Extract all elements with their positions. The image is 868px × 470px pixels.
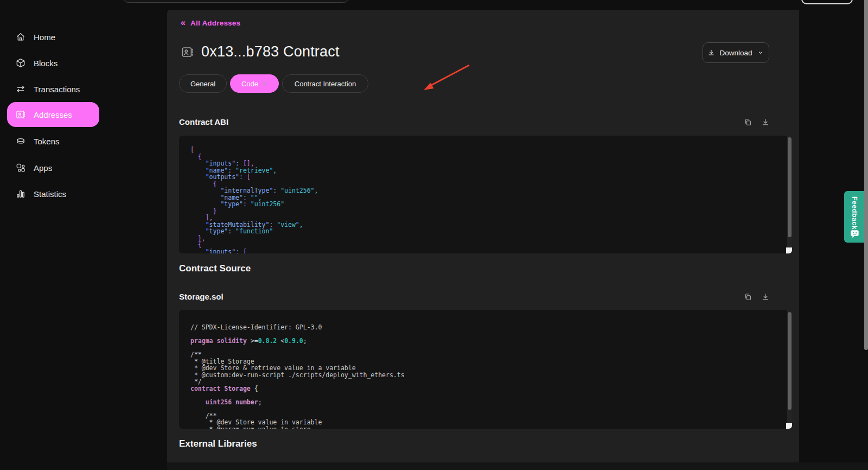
- sidebar: Home Blocks Transactions Addresses Token…: [0, 0, 167, 470]
- sidebar-item-statistics[interactable]: Statistics: [7, 181, 99, 206]
- download-button[interactable]: Download: [703, 42, 769, 63]
- apps-icon: [15, 162, 26, 173]
- home-icon: [15, 31, 26, 42]
- sidebar-item-label: Blocks: [34, 59, 58, 68]
- addresses-icon: [15, 109, 26, 120]
- resize-handle[interactable]: [786, 247, 792, 253]
- tab-label: Contract Interaction: [295, 80, 356, 88]
- tab-general[interactable]: General: [179, 74, 227, 93]
- page-scrollbar[interactable]: [864, 0, 868, 350]
- source-scrollbar-thumb[interactable]: [788, 312, 792, 410]
- copy-icon: [744, 118, 752, 126]
- tokens-icon: [15, 136, 26, 147]
- blocks-icon: [15, 58, 26, 68]
- transactions-icon: [15, 84, 26, 94]
- copy-abi-button[interactable]: [744, 118, 752, 126]
- contract-abi-code: [ { "inputs": [], "name": "retrieve", "o…: [190, 147, 781, 253]
- feedback-tab[interactable]: Feedback: [844, 191, 865, 243]
- sidebar-item-label: Tokens: [34, 137, 60, 146]
- page-title: 0x13...b783 Contract: [201, 43, 340, 60]
- source-scrollbar[interactable]: [787, 310, 792, 429]
- sidebar-item-label: Home: [34, 33, 55, 42]
- contract-source-code-block[interactable]: // SPDX-License-Identifier: GPL-3.0pragm…: [179, 310, 792, 429]
- sidebar-item-addresses[interactable]: Addresses: [7, 102, 99, 127]
- tab-code[interactable]: Code ✓: [230, 74, 279, 93]
- breadcrumb-label: All Addresses: [190, 19, 240, 27]
- statistics-icon: [15, 188, 26, 199]
- download-abi-button[interactable]: [761, 118, 770, 126]
- breadcrumb-all-addresses[interactable]: « All Addresses: [181, 18, 240, 28]
- feedback-label: Feedback: [851, 196, 858, 230]
- download-icon: [707, 49, 715, 56]
- download-label: Download: [719, 49, 752, 57]
- external-libraries-title: External Libraries: [179, 439, 257, 449]
- annotation-arrow: [414, 62, 476, 97]
- copy-source-button[interactable]: [744, 293, 752, 301]
- sidebar-item-label: Statistics: [34, 189, 66, 199]
- abi-scrollbar-thumb[interactable]: [788, 137, 792, 237]
- tab-label: General: [190, 80, 215, 88]
- copy-icon: [744, 293, 752, 301]
- download-source-button[interactable]: [761, 293, 770, 301]
- sidebar-item-tokens[interactable]: Tokens: [7, 129, 99, 154]
- contract-source-code: // SPDX-License-Identifier: GPL-3.0pragm…: [190, 324, 781, 429]
- top-right-button[interactable]: [801, 0, 853, 4]
- chevron-down-icon: [757, 49, 764, 56]
- sidebar-item-blocks[interactable]: Blocks: [7, 50, 99, 75]
- sidebar-item-label: Transactions: [34, 85, 80, 94]
- tab-contract-interaction[interactable]: Contract Interaction: [282, 74, 368, 93]
- main-panel: « All Addresses 0x13...b783 Contract Dow…: [167, 10, 799, 462]
- contract-abi-code-block[interactable]: [ { "inputs": [], "name": "retrieve", "o…: [179, 136, 792, 253]
- resize-handle[interactable]: [786, 423, 792, 429]
- sidebar-item-home[interactable]: Home: [7, 24, 99, 49]
- sidebar-item-label: Apps: [34, 163, 52, 173]
- bottom-edge: [167, 462, 868, 470]
- chat-smiley-icon: [850, 230, 859, 238]
- sidebar-item-transactions[interactable]: Transactions: [7, 77, 99, 101]
- title-row: 0x13...b783 Contract: [181, 43, 340, 60]
- checkmark-icon: ✓: [262, 80, 267, 87]
- contact-card-icon: [181, 46, 194, 59]
- contract-abi-title: Contract ABI: [179, 117, 228, 126]
- tab-label: Code: [241, 80, 258, 88]
- download-icon: [761, 118, 770, 126]
- tab-bar: General Code ✓ Contract Interaction: [179, 74, 368, 93]
- double-chevron-left-icon: «: [181, 18, 186, 28]
- download-icon: [761, 293, 770, 301]
- abi-scrollbar[interactable]: [787, 136, 792, 253]
- contract-source-title: Contract Source: [179, 263, 251, 274]
- sidebar-item-label: Addresses: [34, 110, 72, 119]
- sidebar-item-apps[interactable]: Apps: [7, 155, 99, 180]
- source-file-name: Storage.sol: [179, 292, 224, 301]
